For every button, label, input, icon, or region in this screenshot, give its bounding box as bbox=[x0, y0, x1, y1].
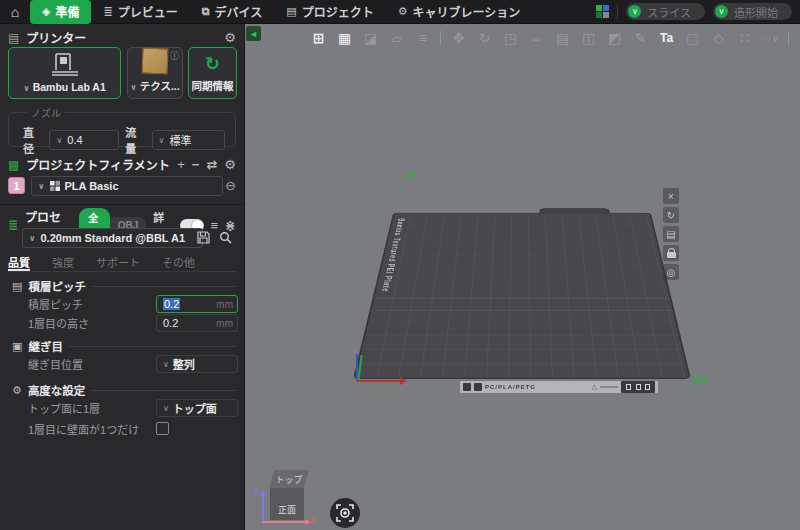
orient-plate-button[interactable]: ↻ bbox=[663, 207, 679, 223]
plate-visibility-button[interactable]: ◎ bbox=[663, 264, 679, 280]
split-to-parts-button[interactable]: ◫ bbox=[577, 28, 600, 48]
plate-info-icon[interactable]: ⓘ bbox=[170, 49, 179, 62]
remove-filament-icon[interactable]: − bbox=[192, 157, 200, 172]
seam-group-icon: ▣ bbox=[12, 340, 22, 353]
layer-height-label: 積層ピッチ bbox=[28, 296, 83, 312]
top-shell-label: トップ面に1層 bbox=[28, 400, 100, 416]
add-plate-button[interactable]: ▦ bbox=[333, 28, 356, 48]
preset-select[interactable]: ∨ 0.20mm Standard @BBL A1 bbox=[22, 228, 203, 248]
first-layer-input[interactable]: 0.2 mm bbox=[156, 314, 238, 332]
top-shell-value: トップ面 bbox=[173, 400, 217, 416]
nozzle-diameter-select[interactable]: ∨ 0.4 bbox=[49, 130, 119, 150]
plate-origin-arrow-icon bbox=[403, 170, 419, 180]
slice-dropdown-icon[interactable]: ∨ bbox=[628, 5, 641, 18]
fit-view-button[interactable] bbox=[330, 498, 360, 528]
top-bar: ⌂ ◈ 準備 ≣ プレビュー ⧉ デバイス ▤ プロジェクト ⚙ キャリブレーシ… bbox=[0, 0, 800, 24]
sync-info-label: 同期情報 bbox=[190, 75, 236, 98]
tab-others[interactable]: その他 bbox=[162, 254, 195, 271]
first-layer-value: 0.2 bbox=[163, 317, 178, 329]
fillet-button[interactable]: ◩ bbox=[603, 28, 626, 48]
shapes-button[interactable]: ▢ bbox=[681, 28, 704, 48]
nav-cube-front-face[interactable]: 正面 bbox=[270, 488, 304, 520]
tab-strength[interactable]: 強度 bbox=[52, 254, 74, 271]
tab-quality[interactable]: 品質 bbox=[8, 254, 30, 271]
mesh-boolean-button[interactable]: ◇ bbox=[707, 28, 730, 48]
seam-position-select[interactable]: ∨ 整列 bbox=[156, 355, 238, 373]
start-print-button[interactable]: ∨ 造形開始 bbox=[713, 3, 792, 20]
tab-preview[interactable]: ≣ プレビュー bbox=[91, 0, 189, 24]
layer-height-group-header: ▤ 積層ピッチ bbox=[12, 278, 236, 294]
lay-on-face-button[interactable]: ▱ bbox=[385, 28, 408, 48]
object-list-icon[interactable] bbox=[596, 5, 609, 18]
slice-button[interactable]: ∨ スライス bbox=[626, 3, 705, 20]
device-icon: ⧉ bbox=[202, 5, 210, 18]
mirror-button[interactable]: ⇔ bbox=[525, 28, 548, 48]
add-model-button[interactable]: ⊞ bbox=[307, 28, 330, 48]
delete-plate-button[interactable]: × bbox=[663, 188, 679, 204]
tab-prepare-label: 準備 bbox=[55, 3, 79, 20]
text-tool-button[interactable]: Ta bbox=[655, 28, 678, 48]
sidebar-collapse-button[interactable]: ◄ bbox=[246, 26, 261, 41]
filament-settings-gear-icon[interactable]: ⚙ bbox=[224, 157, 236, 172]
layer-height-input[interactable]: 0.2 mm bbox=[156, 295, 238, 313]
plate-type-name: ∨ テクス... bbox=[128, 75, 181, 98]
slice-button-label: スライス bbox=[647, 4, 691, 20]
first-layer-unit: mm bbox=[216, 318, 233, 329]
tab-project[interactable]: ▤ プロジェクト bbox=[274, 0, 385, 24]
assembly-view-button[interactable]: ❖ bbox=[795, 28, 800, 48]
plate-material-label: PC/PLA/PETG bbox=[485, 384, 536, 390]
split-to-objects-button[interactable]: ▤ bbox=[551, 28, 574, 48]
printer-chevron-icon[interactable]: ∨ bbox=[23, 84, 30, 93]
nav-axis-x-label: x bbox=[310, 515, 315, 525]
filament-section-header: ▩ プロジェクトフィラメント + − ⇄ ⚙ bbox=[8, 156, 236, 173]
build-plate[interactable]: Bambu Textured PEI Plate bbox=[353, 213, 691, 379]
auto-orient-button[interactable]: ◪ bbox=[359, 28, 382, 48]
navigation-cube[interactable]: トップ 正面 bbox=[269, 470, 309, 520]
single-wall-checkbox[interactable] bbox=[156, 422, 169, 435]
sync-filament-icon[interactable]: ⇄ bbox=[206, 157, 217, 172]
project-icon: ▤ bbox=[286, 5, 296, 18]
home-icon[interactable]: ⌂ bbox=[0, 4, 30, 20]
viewport-toolbar: ⊞ ▦ ◪ ▱ ≡ ✥ ↻ ◳ ⇔ ▤ ◫ ◩ ✎ Ta ▢ ◇ ∷ ⋯∨ ❖ bbox=[307, 28, 800, 48]
top-shell-select[interactable]: ∨ トップ面 bbox=[156, 399, 238, 417]
more-tools-button[interactable]: ⋯∨ bbox=[759, 28, 782, 48]
nozzle-diameter-label: 直径 bbox=[23, 124, 43, 156]
rotate-button[interactable]: ↻ bbox=[473, 28, 496, 48]
sidebar: ▤ プリンター ⚙ ∨ Bambu Lab A1 ⓘ ∨ テクス... ↻ 同期… bbox=[0, 24, 245, 530]
add-filament-icon[interactable]: + bbox=[177, 157, 185, 172]
single-wall-label: 1層目に壁面が1つだけ bbox=[28, 421, 139, 437]
toolbar-separator bbox=[788, 31, 789, 45]
plate-front-icons bbox=[621, 381, 655, 393]
filament-select[interactable]: ∨ PLA Basic bbox=[31, 176, 223, 196]
sync-info-card[interactable]: ↻ 同期情報 bbox=[188, 47, 237, 99]
start-print-label: 造形開始 bbox=[734, 4, 778, 20]
save-preset-icon[interactable] bbox=[197, 231, 210, 244]
layer-height-row: 積層ピッチ 0.2 mm bbox=[28, 295, 236, 313]
viewport-3d[interactable]: ◄ ⊞ ▦ ◪ ▱ ≡ ✥ ↻ ◳ ⇔ ▤ ◫ ◩ ✎ Ta ▢ ◇ ∷ ⋯∨ … bbox=[245, 24, 800, 530]
plate-type-card[interactable]: ⓘ ∨ テクス... bbox=[127, 47, 183, 99]
tab-calibration[interactable]: ⚙ キャリブレーション bbox=[386, 0, 533, 24]
fine-print bbox=[600, 386, 618, 388]
tab-prepare[interactable]: ◈ 準備 bbox=[30, 0, 91, 24]
header-separator bbox=[617, 5, 618, 19]
printer-card[interactable]: ∨ Bambu Lab A1 bbox=[8, 47, 121, 99]
scale-button[interactable]: ◳ bbox=[499, 28, 522, 48]
tab-support[interactable]: サポート bbox=[96, 254, 140, 271]
plate-chevron-icon[interactable]: ∨ bbox=[130, 83, 137, 92]
flow-select[interactable]: ∨ 標準 bbox=[152, 130, 225, 150]
tab-device[interactable]: ⧉ デバイス bbox=[190, 0, 275, 24]
print-dropdown-icon[interactable]: ∨ bbox=[715, 5, 728, 18]
nav-cube-top-face[interactable]: トップ bbox=[269, 470, 309, 488]
lock-plate-button[interactable] bbox=[663, 245, 679, 261]
filament-delete-icon[interactable]: ⊖ bbox=[225, 178, 236, 193]
supports-button[interactable]: ∷ bbox=[733, 28, 756, 48]
search-preset-icon[interactable] bbox=[219, 231, 232, 244]
move-button[interactable]: ✥ bbox=[447, 28, 470, 48]
variable-layer-height-button[interactable]: ≡ bbox=[411, 28, 434, 48]
flow-chevron-icon: ∨ bbox=[159, 136, 165, 145]
plate-settings-button[interactable]: ▤ bbox=[663, 226, 679, 242]
filament-slot-badge[interactable]: 1 bbox=[8, 177, 25, 194]
color-paint-button[interactable]: ✎ bbox=[629, 28, 652, 48]
printer-settings-gear-icon[interactable]: ⚙ bbox=[224, 30, 236, 45]
first-layer-row: 1層目の高さ 0.2 mm bbox=[28, 314, 236, 332]
